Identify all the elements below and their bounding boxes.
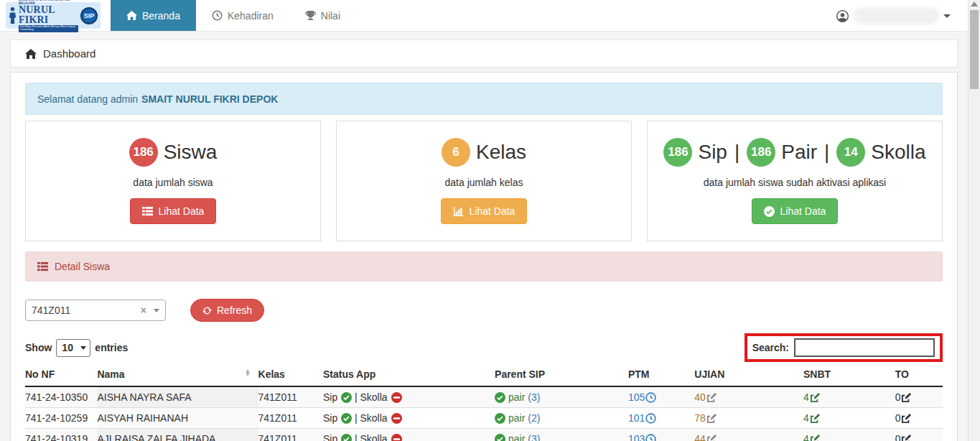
- card-kelas-title: Kelas: [476, 141, 526, 164]
- ban-icon: [391, 413, 402, 424]
- cell-no-nf: 741-24-10319: [25, 429, 97, 441]
- check-circle-icon: [764, 206, 775, 217]
- nav-tab-nilai[interactable]: Nilai: [289, 0, 356, 31]
- lihat-data-aktivasi-button[interactable]: Lihat Data: [752, 198, 839, 224]
- nav-tab-kehadiran[interactable]: Kehadiran: [196, 0, 289, 31]
- chevron-down-icon: [80, 346, 86, 350]
- ban-icon: [391, 434, 402, 441]
- cell-ujian[interactable]: 44: [694, 429, 803, 441]
- cell-nama: AJI RAISA ZALFA JIHADA: [97, 429, 258, 441]
- pair-link[interactable]: pair: [508, 412, 525, 424]
- top-navbar: BIMBINGAN DAN KONSULTASI BELAJAR NURUL F…: [0, 0, 968, 32]
- edit-icon[interactable]: [810, 413, 821, 424]
- pair-count-link[interactable]: (3): [528, 391, 540, 403]
- refresh-button[interactable]: Refresh: [190, 299, 264, 322]
- viewport: BIMBINGAN DAN KONSULTASI BELAJAR NURUL F…: [0, 0, 980, 441]
- skolla-label: Skolla: [871, 141, 925, 164]
- page-length-control: Show 10 entries: [25, 339, 128, 357]
- clock-icon[interactable]: [645, 434, 656, 441]
- user-menu[interactable]: [836, 0, 951, 32]
- trophy-icon: [305, 10, 316, 21]
- cell-to[interactable]: 0: [895, 429, 943, 441]
- cell-kelas: 741Z011: [258, 408, 323, 429]
- cell-parent-sip[interactable]: pair (2): [495, 408, 628, 429]
- cell-status-app: Sip | Skolla: [323, 429, 495, 441]
- cell-parent-sip[interactable]: pair (3): [495, 429, 628, 441]
- cell-parent-sip[interactable]: pair (3): [495, 386, 628, 408]
- clear-selection-icon[interactable]: ×: [141, 305, 146, 316]
- edit-icon[interactable]: [810, 392, 821, 403]
- cell-ptm[interactable]: 103: [628, 429, 694, 441]
- cell-snbt[interactable]: 4: [803, 429, 895, 441]
- check-circle-icon: [341, 392, 352, 403]
- nav-tabs: Beranda Kehadiran Nilai: [111, 0, 356, 31]
- edit-icon[interactable]: [706, 413, 717, 424]
- brand-logo[interactable]: BIMBINGAN DAN KONSULTASI BELAJAR NURUL F…: [6, 2, 101, 29]
- pair-link[interactable]: pair: [508, 433, 525, 441]
- lihat-data-siswa-button[interactable]: Lihat Data: [130, 198, 217, 224]
- cell-ptm[interactable]: 101: [628, 408, 694, 429]
- edit-icon[interactable]: [901, 413, 912, 424]
- pair-count-link[interactable]: (3): [528, 433, 540, 441]
- header-status-app[interactable]: Status App: [323, 363, 495, 386]
- vertical-scrollbar[interactable]: [968, 0, 980, 441]
- table-row: 741-24-10259 AISYAH RAIHANAH 741Z011 Sip…: [25, 408, 943, 429]
- cell-ujian[interactable]: 40: [694, 386, 803, 408]
- students-table: No NF Nama▲▼ Kelas Status App Parent SIP…: [25, 363, 943, 441]
- header-nama[interactable]: Nama▲▼: [97, 363, 258, 386]
- table-row: 741-24-10350 AISHA NAYRA SAFA 741Z011 Si…: [25, 386, 943, 408]
- skolla-count-badge: 14: [836, 138, 865, 167]
- brand-name: NURUL FIKRI: [19, 5, 78, 25]
- card-kelas-subtitle: data jumlah kelas: [445, 177, 523, 188]
- scrollbar-thumb[interactable]: [970, 10, 979, 89]
- page-size-select[interactable]: 10: [56, 339, 90, 357]
- card-aktivasi: 186 Sip | 186 Pair | 14 Skolla data juml…: [647, 121, 943, 241]
- edit-icon[interactable]: [706, 392, 717, 403]
- class-select[interactable]: 741Z011 ×: [25, 300, 166, 321]
- edit-icon[interactable]: [810, 434, 821, 441]
- check-circle-icon: [341, 413, 352, 424]
- search-input[interactable]: [794, 338, 935, 357]
- check-circle-icon: [495, 392, 505, 403]
- table-controls: Show 10 entries Search:: [25, 333, 943, 362]
- edit-icon[interactable]: [901, 392, 912, 403]
- school-name: SMAIT NURUL FIKRI DEPOK: [141, 93, 278, 105]
- header-snbt[interactable]: SNBT: [803, 363, 895, 386]
- main-panel: Selamat datang admin SMAIT NURUL FIKRI D…: [10, 72, 958, 441]
- lihat-data-kelas-button[interactable]: Lihat Data: [441, 198, 528, 224]
- list-icon: [37, 261, 48, 272]
- edit-icon[interactable]: [901, 434, 912, 441]
- check-circle-icon: [495, 413, 505, 424]
- card-kelas: 6 Kelas data jumlah kelas Lihat Data: [336, 121, 632, 241]
- header-parent-sip[interactable]: Parent SIP: [495, 363, 628, 386]
- clock-icon[interactable]: [645, 392, 656, 403]
- clock-icon[interactable]: [645, 413, 656, 424]
- cell-ptm[interactable]: 105: [628, 386, 694, 408]
- caret-down-icon: [943, 14, 951, 18]
- kelas-count-badge: 6: [442, 138, 470, 167]
- header-kelas[interactable]: Kelas: [258, 363, 323, 386]
- cell-snbt[interactable]: 4: [803, 386, 895, 408]
- chevron-down-icon: [154, 309, 159, 312]
- sip-count-badge: 186: [663, 138, 692, 167]
- cell-nama: AISYAH RAIHANAH: [97, 408, 258, 429]
- page-title: Dashboard: [43, 47, 95, 60]
- header-ptm[interactable]: PTM: [628, 363, 694, 386]
- breadcrumb: Dashboard: [10, 40, 958, 68]
- edit-icon[interactable]: [706, 434, 717, 441]
- pair-count-link[interactable]: (2): [528, 412, 540, 424]
- pair-link[interactable]: pair: [508, 391, 525, 403]
- scroll-up-arrow-icon[interactable]: [971, 1, 978, 6]
- header-to[interactable]: TO: [895, 363, 943, 386]
- cell-to[interactable]: 0: [895, 408, 943, 429]
- nav-tab-beranda[interactable]: Beranda: [111, 0, 196, 31]
- cell-snbt[interactable]: 4: [803, 408, 895, 429]
- cell-to[interactable]: 0: [895, 386, 943, 408]
- table-row: 741-24-10319 AJI RAISA ZALFA JIHADA 741Z…: [25, 429, 943, 441]
- header-ujian[interactable]: UJIAN: [694, 363, 803, 386]
- cell-ujian[interactable]: 78: [694, 408, 803, 429]
- welcome-alert: Selamat datang admin SMAIT NURUL FIKRI D…: [25, 83, 943, 115]
- sip-label: Sip: [698, 141, 727, 164]
- ban-icon: [391, 392, 402, 403]
- header-no-nf[interactable]: No NF: [25, 363, 97, 386]
